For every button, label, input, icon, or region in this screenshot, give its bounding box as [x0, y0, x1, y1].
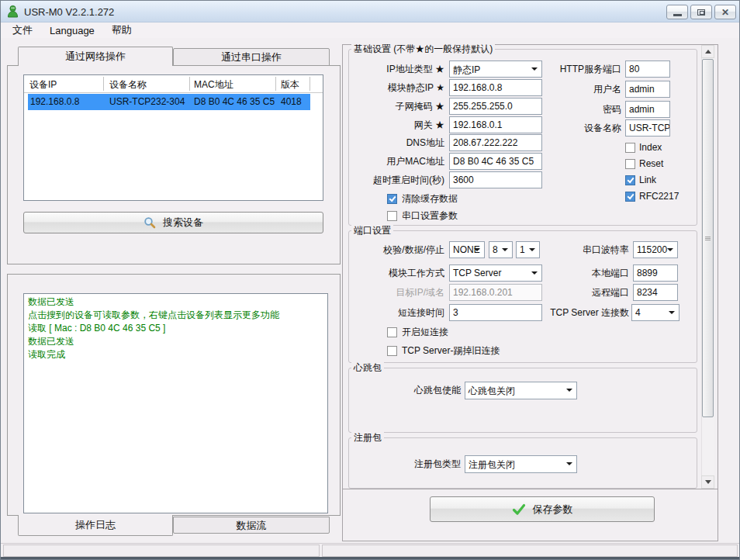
app-icon	[6, 5, 19, 18]
search-device-button[interactable]: 搜索设备	[23, 212, 323, 233]
header-divider	[24, 92, 323, 93]
parity-label: 校验/数据/停止	[348, 241, 444, 258]
cell-device-ip[interactable]: 192.168.0.8	[30, 96, 79, 107]
log-line: 点击搜到的设备可读取参数，右键点击设备列表显示更多功能	[28, 309, 323, 322]
index-checkbox[interactable]	[625, 143, 635, 153]
conn-count-select[interactable]: 4	[631, 304, 679, 321]
scrollbar-up-button[interactable]	[701, 45, 714, 58]
serial-param-checkbox[interactable]	[387, 211, 397, 221]
scrollbar-down-button[interactable]	[701, 475, 714, 489]
mac-field[interactable]: D8 B0 4C 46 35 C5	[449, 153, 542, 170]
target-ip-label: 目标IP/域名	[348, 284, 444, 301]
rfc2217-checkbox[interactable]	[625, 192, 635, 202]
menu-item-file[interactable]: 文件	[9, 22, 36, 38]
close-button[interactable]: ✕	[714, 5, 736, 19]
maximize-button[interactable]	[690, 5, 712, 19]
username-field[interactable]: admin	[625, 81, 670, 98]
clear-cache-label[interactable]: 清除缓存数据	[402, 193, 458, 205]
index-label[interactable]: Index	[639, 142, 662, 154]
heartbeat-title: 心跳包	[351, 362, 384, 373]
work-mode-select[interactable]: TCP Server	[449, 264, 542, 282]
statusbar-divider	[1, 543, 739, 544]
tab-network-operation[interactable]: 通过网络操作	[18, 47, 173, 66]
cell-version[interactable]: 4018	[281, 96, 302, 107]
kick-old-conn-label[interactable]: TCP Server-踢掉旧连接	[402, 345, 500, 357]
menu-item-help[interactable]: 帮助	[108, 22, 136, 38]
dns-field[interactable]: 208.67.222.222	[449, 134, 542, 151]
remote-port-label: 远程端口	[536, 284, 629, 301]
menu-item-language[interactable]: Language	[46, 24, 99, 37]
heartbeat-group	[348, 368, 697, 433]
short-conn-time-label: 短连接时间	[348, 304, 444, 321]
window-bottom-edge	[1, 557, 739, 559]
subnet-label: 子网掩码 ★	[348, 98, 444, 115]
reset-checkbox[interactable]	[625, 159, 635, 169]
timeout-field[interactable]: 3600	[449, 171, 542, 188]
static-ip-label: 模块静态IP ★	[348, 79, 444, 96]
chevron-down-icon	[474, 248, 480, 251]
col-header-device-name[interactable]: 设备名称	[109, 78, 147, 92]
scrollbar-thumb[interactable]	[702, 59, 714, 417]
save-button-label: 保存参数	[533, 503, 573, 517]
check-icon	[512, 503, 526, 516]
data-bits-select[interactable]: 8	[489, 241, 513, 258]
password-field[interactable]: admin	[625, 101, 670, 118]
chevron-down-icon	[566, 462, 572, 465]
serial-param-label[interactable]: 串口设置参数	[402, 210, 458, 222]
static-ip-field[interactable]: 192.168.0.8	[449, 79, 542, 96]
scrollbar-down-icon	[705, 480, 711, 484]
device-name-field[interactable]: USR-TCP23	[625, 119, 670, 137]
local-port-field[interactable]: 8899	[633, 264, 678, 282]
conn-count-label: TCP Server 连接数	[527, 304, 629, 321]
conn-count-value: 4	[635, 307, 641, 318]
register-title: 注册包	[351, 432, 384, 443]
col-header-version[interactable]: 版本	[281, 78, 299, 92]
link-checkbox[interactable]	[625, 175, 635, 185]
baud-label: 串口波特率	[536, 241, 629, 258]
stop-bits-value: 1	[520, 244, 525, 255]
title-bar[interactable]: USR-M0 V2.2.1.272 ✕	[1, 1, 739, 22]
cell-device-name[interactable]: USR-TCP232-304	[109, 96, 185, 107]
chevron-down-icon	[566, 389, 572, 392]
minimize-button[interactable]	[666, 5, 688, 19]
rfc2217-label[interactable]: RFC2217	[639, 191, 679, 202]
col-header-mac[interactable]: MAC地址	[194, 78, 233, 92]
tab-data-stream[interactable]: 数据流	[173, 517, 330, 534]
chevron-down-icon	[667, 248, 673, 251]
local-port-label: 本地端口	[536, 264, 629, 282]
clear-cache-checkbox[interactable]	[387, 194, 397, 204]
tab-operation-log[interactable]: 操作日志	[18, 515, 173, 536]
col-header-device-ip[interactable]: 设备IP	[29, 78, 57, 92]
kick-old-conn-checkbox[interactable]	[387, 346, 397, 356]
port-settings-title: 端口设置	[351, 225, 393, 236]
minimize-icon	[673, 14, 682, 16]
gateway-field[interactable]: 192.168.0.1	[449, 116, 542, 133]
ip-type-label: IP地址类型 ★	[348, 60, 444, 78]
ip-type-value: 静态IP	[453, 64, 480, 75]
short-conn-checkbox[interactable]	[387, 327, 397, 337]
tab-serial-operation[interactable]: 通过串口操作	[173, 48, 330, 66]
window-title: USR-M0 V2.2.1.272	[24, 6, 114, 18]
register-type-label: 注册包类型	[365, 455, 461, 472]
subnet-field[interactable]: 255.255.255.0	[449, 98, 542, 115]
scrollbar-grip-icon	[705, 236, 711, 241]
parity-select[interactable]: NONE	[449, 241, 485, 258]
operation-log-area[interactable]: 数据已发送 点击搜到的设备可读取参数，右键点击设备列表显示更多功能 读取 [ M…	[23, 293, 328, 513]
short-conn-label[interactable]: 开启短连接	[402, 327, 448, 338]
column-divider	[275, 77, 276, 91]
chevron-down-icon	[502, 248, 508, 251]
statusbar-cell-right	[322, 544, 738, 557]
reset-label[interactable]: Reset	[639, 158, 663, 170]
ip-type-select[interactable]: 静态IP	[449, 60, 542, 78]
link-label[interactable]: Link	[639, 175, 656, 186]
save-params-button[interactable]: 保存参数	[430, 496, 655, 522]
register-type-select[interactable]: 注册包关闭	[465, 455, 577, 473]
remote-port-field[interactable]: 8234	[633, 284, 678, 301]
statusbar-cell-left	[3, 544, 320, 557]
cell-mac[interactable]: D8 B0 4C 46 35 C5	[194, 96, 275, 107]
http-port-field[interactable]: 80	[625, 60, 670, 78]
username-label: 用户名	[536, 81, 621, 98]
search-icon	[144, 216, 156, 229]
heartbeat-enable-select[interactable]: 心跳包关闭	[465, 382, 577, 399]
baud-select[interactable]: 115200	[633, 241, 678, 258]
